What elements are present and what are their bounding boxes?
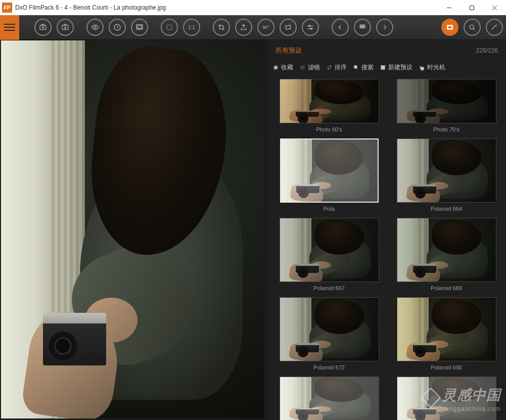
preset-label: Polaroid 669 [431, 285, 462, 291]
preset-item[interactable]: Polaroid 664 [392, 138, 501, 212]
preset-thumbnail [397, 79, 496, 123]
rotate-button[interactable]: 90° [257, 19, 274, 36]
preset-item[interactable]: Photo 70's [392, 79, 501, 132]
preset-label: Polaroid 672 [313, 364, 345, 370]
tab-time-machine[interactable]: 时光机 [419, 63, 445, 72]
tab-new-preset-label: 新建预设 [388, 63, 412, 72]
compare-icon [446, 23, 454, 31]
tab-search-label: 搜索 [361, 63, 374, 72]
curves-button[interactable] [486, 19, 503, 36]
svg-rect-18 [363, 25, 365, 26]
import-icon [39, 23, 47, 31]
presets-toolbar: 收藏 滤镜 排序 搜索 新建预设 时光机 [267, 60, 506, 77]
preset-thumbnail [280, 297, 379, 361]
preset-item[interactable]: Polaroid 690 [392, 297, 501, 370]
presets-count: 226/226 [476, 47, 498, 54]
sliders-icon [306, 23, 314, 31]
window-title: DxO FilmPack 6 - 4 - Benoit Courti - La … [15, 4, 166, 11]
eye-icon [91, 23, 99, 31]
sort-icon [326, 64, 333, 71]
svg-rect-1 [470, 6, 474, 10]
share-button[interactable] [235, 19, 252, 36]
preset-item[interactable]: Polaroid 667 [274, 218, 384, 291]
history-icon [113, 23, 121, 31]
history-button[interactable] [109, 19, 126, 36]
zoom-1to1-button[interactable]: 1:1 [183, 19, 200, 36]
tab-sort[interactable]: 排序 [326, 63, 347, 72]
preview-image[interactable] [1, 40, 264, 418]
preset-grid: Photo 60'sPhoto 70'sPolaPolaroid 664Pola… [274, 79, 501, 420]
zoom-fit-button[interactable] [161, 19, 178, 36]
presets-panel: 所有预设 226/226 收藏 滤镜 排序 搜索 新建预设 时光机 Photo … [267, 40, 506, 420]
tab-favorites-label: 收藏 [281, 63, 293, 72]
crop-icon [217, 23, 225, 31]
star-icon [272, 64, 279, 71]
import-button[interactable] [34, 19, 52, 36]
svg-rect-21 [363, 27, 365, 28]
presets-scroll[interactable]: Photo 60'sPhoto 70'sPolaPolaroid 664Pola… [267, 77, 506, 420]
window-controls [438, 0, 506, 15]
presets-header: 所有预设 226/226 [267, 40, 506, 60]
preset-label: Polaroid 690 [431, 364, 462, 370]
preset-thumbnail [397, 297, 496, 361]
snapshot-icon [135, 23, 144, 31]
filter-list-icon [299, 64, 306, 71]
svg-point-6 [94, 26, 96, 28]
nav-prev-button[interactable] [332, 19, 349, 36]
svg-rect-16 [360, 25, 361, 26]
minimize-icon [446, 5, 452, 11]
preset-item[interactable]: Polaroid 672 [274, 297, 384, 370]
preview-pane [0, 40, 267, 420]
main-area: 所有预设 226/226 收藏 滤镜 排序 搜索 新建预设 时光机 Photo … [0, 40, 506, 420]
compare-view-button[interactable] [441, 19, 458, 36]
preset-item[interactable] [274, 377, 384, 420]
tab-filter[interactable]: 滤镜 [299, 63, 320, 72]
zoom-1to1-label: 1:1 [188, 25, 195, 30]
preset-item[interactable]: Photo 60's [274, 79, 384, 132]
tab-search[interactable]: 搜索 [353, 63, 374, 72]
presets-title: 所有预设 [275, 46, 302, 55]
preset-label: Polaroid 667 [313, 285, 345, 291]
export-button[interactable] [57, 19, 74, 36]
svg-rect-20 [362, 27, 363, 28]
svg-rect-19 [360, 27, 361, 28]
preset-item[interactable]: Polaroid 669 [392, 218, 501, 291]
straighten-button[interactable] [280, 19, 297, 36]
rotate-label: 90° [262, 25, 269, 30]
app-icon: FP [2, 3, 12, 13]
svg-rect-17 [362, 25, 363, 26]
titlebar: FP DxO FilmPack 6 - 4 - Benoit Courti - … [0, 0, 506, 15]
preset-thumbnail [397, 218, 496, 282]
preset-thumbnail [397, 138, 496, 203]
arrow-left-icon [336, 23, 344, 31]
svg-rect-10 [167, 25, 171, 29]
preview-button[interactable] [86, 19, 104, 36]
svg-rect-9 [137, 26, 142, 28]
tab-time-machine-label: 时光机 [427, 63, 445, 72]
preset-item[interactable] [392, 377, 501, 420]
minimize-button[interactable] [438, 0, 461, 15]
preset-thumbnail [280, 218, 379, 282]
close-icon [492, 5, 497, 11]
maximize-button[interactable] [461, 0, 483, 15]
zoom-fit-icon [165, 23, 173, 31]
preset-thumbnail [280, 79, 379, 123]
crop-button[interactable] [213, 19, 230, 36]
preset-thumbnail [280, 138, 379, 203]
new-preset-icon [380, 64, 386, 71]
arrow-right-icon [381, 23, 389, 31]
grid-view-button[interactable] [354, 19, 371, 36]
tab-favorites[interactable]: 收藏 [272, 63, 293, 72]
preset-item[interactable]: Pola [274, 138, 384, 212]
loupe-button[interactable] [464, 19, 481, 36]
tab-new-preset[interactable]: 新建预设 [380, 63, 412, 72]
nav-next-button[interactable] [376, 19, 393, 36]
tab-sort-label: 排序 [335, 63, 347, 72]
snapshot-button[interactable] [131, 19, 148, 36]
hamburger-menu-button[interactable] [0, 15, 19, 40]
loupe-icon [468, 23, 476, 31]
sliders-button[interactable] [302, 19, 319, 36]
preset-label: Pola [324, 206, 335, 212]
close-button[interactable] [483, 0, 506, 15]
preset-label: Polaroid 664 [431, 206, 462, 212]
